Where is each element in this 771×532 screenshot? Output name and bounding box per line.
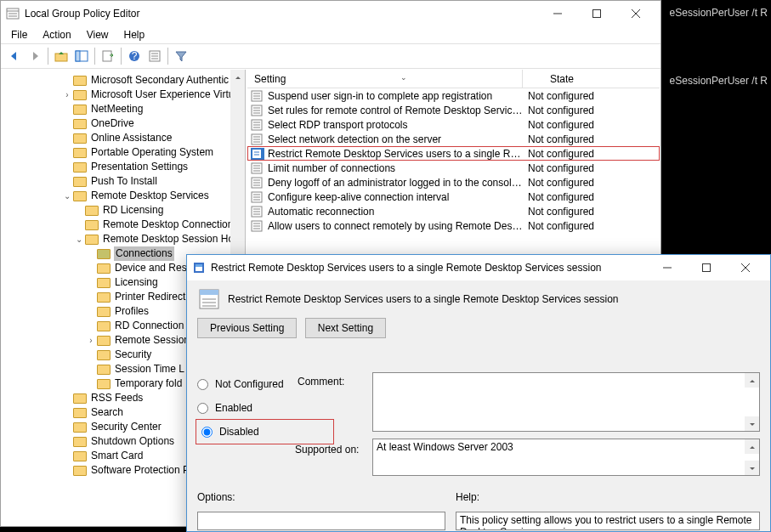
folder-icon	[73, 133, 87, 144]
setting-row[interactable]: Suspend user sign-in to complete app reg…	[247, 88, 660, 103]
scroll-up-icon[interactable]	[745, 439, 759, 454]
tree-item[interactable]: Online Assistance	[2, 131, 245, 145]
radio-label: Not Configured	[215, 378, 284, 390]
maximize-button[interactable]	[577, 1, 616, 26]
tree-item-label: Microsoft Secondary Authentic	[90, 73, 230, 88]
tree-item-label: Software Protection Pl	[90, 463, 193, 478]
previous-setting-button[interactable]: Previous Setting	[197, 318, 297, 338]
menu-file[interactable]: File	[4, 27, 34, 42]
folder-icon	[73, 76, 87, 86]
dialog-minimize-button[interactable]	[648, 255, 687, 280]
export-list-icon[interactable]	[99, 47, 117, 65]
tree-item-label: Remote Desktop Session Ho	[102, 232, 235, 246]
tree-item-label: Microsoft User Experience Virtu	[90, 88, 235, 102]
tree-item[interactable]: Presentation Settings	[2, 160, 245, 174]
menu-action[interactable]: Action	[36, 27, 77, 42]
setting-icon	[251, 105, 264, 116]
close-button[interactable]	[616, 1, 655, 26]
up-folder-icon[interactable]	[52, 47, 71, 65]
svg-text:?: ?	[132, 50, 138, 62]
folder-icon	[97, 307, 111, 317]
folder-icon	[85, 235, 99, 245]
tree-item[interactable]: Remote Desktop Connection	[2, 218, 245, 232]
setting-row[interactable]: Select RDP transport protocolsNot config…	[247, 117, 660, 132]
policy-heading-icon	[197, 287, 221, 311]
folder-icon	[73, 162, 87, 173]
setting-row[interactable]: Allow users to connect remotely by using…	[247, 218, 660, 233]
policy-dialog: Restrict Remote Desktop Services users t…	[186, 254, 771, 532]
setting-name: Select network detection on the server	[268, 133, 524, 145]
tree-item[interactable]: NetMeeting	[2, 102, 245, 116]
folder-icon	[97, 278, 111, 288]
tree-item[interactable]: RD Licensing	[2, 203, 245, 218]
setting-row[interactable]: Deny logoff of an administrator logged i…	[247, 175, 660, 190]
tree-item-label: Temporary fold	[114, 376, 183, 391]
comment-textbox[interactable]	[372, 372, 760, 432]
folder-icon	[97, 292, 111, 303]
tree-item[interactable]: Microsoft Secondary Authentic	[2, 73, 245, 88]
filter-icon[interactable]	[172, 47, 190, 65]
folder-icon	[73, 422, 87, 433]
tree-item[interactable]: ⌄Remote Desktop Session Ho	[2, 232, 245, 246]
properties-icon[interactable]	[145, 47, 164, 65]
supported-on-textbox: At least Windows Server 2003	[372, 439, 760, 476]
tree-item-label: Device and Res	[114, 261, 188, 275]
radio-enabled[interactable]: Enabled	[197, 396, 333, 420]
back-button[interactable]	[5, 47, 24, 65]
list-header[interactable]: Setting ⌄ State	[247, 70, 660, 88]
setting-icon	[251, 119, 264, 131]
scroll-up-icon[interactable]	[745, 373, 759, 388]
dialog-body: Restrict Remote Desktop Services users t…	[187, 280, 770, 531]
folder-icon	[97, 379, 111, 389]
forward-button[interactable]	[26, 47, 44, 65]
tree-item[interactable]: Push To Install	[2, 174, 245, 189]
setting-row[interactable]: Limit number of connectionsNot configure…	[247, 161, 660, 175]
tree-item[interactable]: ⌄Remote Desktop Services	[2, 189, 245, 203]
setting-row[interactable]: Configure keep-alive connection interval…	[247, 190, 660, 204]
menu-help[interactable]: Help	[117, 27, 152, 42]
col-setting[interactable]: Setting	[247, 70, 523, 88]
scroll-down-icon[interactable]	[745, 416, 759, 431]
scroll-down-icon[interactable]	[745, 461, 759, 475]
chevron-down-icon[interactable]: ⌄	[73, 232, 85, 246]
dialog-titlebar[interactable]: Restrict Remote Desktop Services users t…	[187, 255, 770, 280]
tree-item-label: Remote Desktop Connection	[102, 218, 234, 232]
radio-label: Disabled	[219, 426, 259, 438]
dialog-maximize-button[interactable]	[687, 255, 726, 280]
folder-icon	[73, 408, 87, 418]
setting-icon	[251, 148, 264, 160]
help-icon[interactable]: ?	[125, 47, 144, 65]
folder-icon	[73, 105, 87, 115]
tree-item-label: RSS Feeds	[90, 391, 144, 405]
radio-disabled[interactable]: Disabled	[196, 420, 333, 444]
chevron-down-icon[interactable]: ⌄	[61, 189, 73, 203]
chevron-right-icon[interactable]: ›	[85, 333, 97, 348]
titlebar[interactable]: Local Group Policy Editor	[1, 1, 660, 26]
folder-icon	[73, 90, 87, 100]
chevron-right-icon[interactable]: ›	[61, 88, 73, 102]
svg-rect-35	[252, 150, 261, 158]
setting-name: Set rules for remote control of Remote D…	[268, 105, 524, 116]
setting-row[interactable]: Select network detection on the serverNo…	[247, 132, 660, 146]
tree-item[interactable]: OneDrive	[2, 116, 245, 131]
menu-view[interactable]: View	[80, 27, 116, 42]
setting-row[interactable]: Restrict Remote Desktop Services users t…	[247, 146, 660, 161]
setting-row[interactable]: Automatic reconnectionNot configured	[247, 204, 660, 218]
cmd-line: eSessionPerUser /t R	[670, 7, 768, 19]
radio-label: Enabled	[215, 402, 252, 414]
next-setting-button[interactable]: Next Setting	[305, 318, 386, 338]
setting-row[interactable]: Set rules for remote control of Remote D…	[247, 103, 660, 117]
minimize-button[interactable]	[538, 1, 577, 26]
folder-icon	[97, 263, 111, 274]
tree-item[interactable]: ›Microsoft User Experience Virtu	[2, 88, 245, 102]
col-state[interactable]: State	[523, 70, 574, 88]
scroll-up-icon[interactable]	[230, 70, 245, 84]
show-hide-tree-icon[interactable]	[72, 47, 91, 65]
setting-name: Configure keep-alive connection interval	[268, 191, 524, 203]
help-text: This policy setting allows you to restri…	[460, 514, 751, 530]
dialog-close-button[interactable]	[726, 255, 765, 280]
setting-state: Not configured	[524, 191, 594, 203]
tree-item-label: Remote Session	[114, 333, 190, 348]
setting-state: Not configured	[524, 206, 594, 218]
tree-item[interactable]: Portable Operating System	[2, 145, 245, 160]
